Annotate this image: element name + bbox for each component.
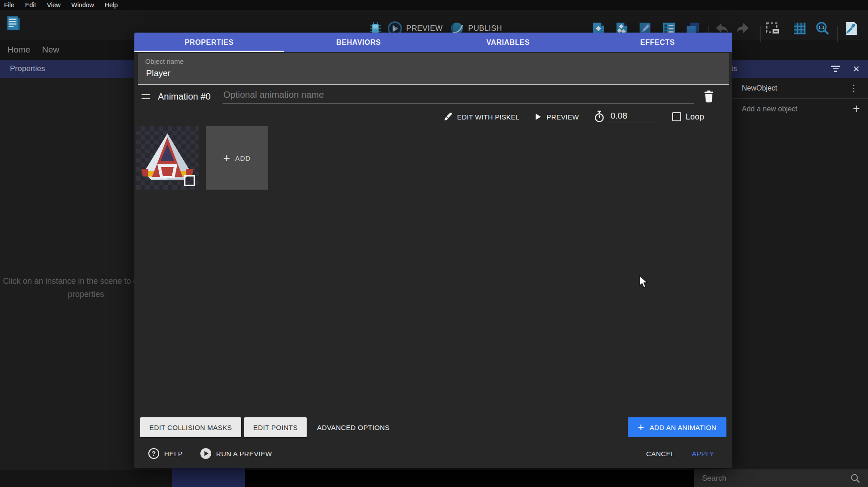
search-input[interactable]	[701, 473, 850, 483]
add-object-label: Add a new object	[732, 105, 797, 113]
tab-new[interactable]: New	[38, 40, 92, 60]
add-frame-button[interactable]: + ADD	[206, 126, 268, 190]
toolbar-mask-button[interactable]	[764, 21, 781, 36]
preview-animation-button[interactable]: PREVIEW	[534, 113, 579, 121]
menu-view[interactable]: View	[47, 1, 61, 9]
add-frame-label: ADD	[235, 154, 251, 162]
stopwatch-icon	[593, 110, 605, 123]
filter-icon[interactable]	[831, 64, 840, 73]
preview-label: PREVIEW	[406, 24, 443, 33]
plus-icon[interactable]: +	[853, 102, 860, 116]
cancel-button[interactable]: CANCEL	[644, 449, 678, 458]
trash-icon	[703, 90, 714, 103]
scene-statusbar: 789;317	[173, 470, 694, 487]
zoom-one-to-one-icon: 1:1	[815, 21, 831, 37]
help-button[interactable]: ? HELP	[145, 447, 185, 460]
object-list-item[interactable]: NewObject ⋮	[732, 78, 868, 98]
loop-checkbox[interactable]	[672, 112, 681, 121]
toolbar-grid-button[interactable]	[792, 21, 807, 36]
dialog-tab-variables-label: VARIABLES	[486, 38, 530, 47]
close-panel-icon[interactable]: ✕	[853, 64, 860, 74]
redo-icon	[735, 21, 751, 36]
time-between-frames-field	[593, 110, 658, 123]
plus-icon: +	[638, 421, 644, 434]
dialog-footer: ? HELP RUN A PREVIEW CANCEL APPLY	[145, 444, 717, 463]
loop-label: Loop	[686, 112, 704, 122]
advanced-options-button[interactable]: ADVANCED OPTIONS	[310, 417, 397, 437]
wrench-icon	[843, 21, 858, 36]
dialog-tab-effects-label: EFFECTS	[640, 38, 675, 47]
toolbar-tools-button[interactable]	[843, 21, 858, 36]
gdevelop-window: File Edit View Window Help PREVIEW PUBLI…	[0, 0, 868, 487]
svg-text:?: ?	[152, 450, 156, 457]
delete-animation-button[interactable]	[703, 90, 714, 103]
grid-icon	[792, 21, 807, 36]
menu-edit[interactable]: Edit	[25, 1, 36, 9]
object-name-input[interactable]	[145, 68, 721, 79]
play-icon	[534, 113, 542, 121]
menu-file[interactable]: File	[4, 1, 14, 9]
plus-icon: +	[223, 151, 231, 165]
dialog-tabbar: PROPERTIES BEHAVIORS VARIABLES EFFECTS	[134, 33, 732, 52]
animation-name-input[interactable]	[223, 90, 694, 104]
tab-home[interactable]: Home	[0, 40, 38, 60]
edit-with-piskel-button[interactable]: EDIT WITH PISKEL	[443, 112, 520, 122]
kebab-menu-icon[interactable]: ⋮	[849, 83, 858, 93]
search-icon[interactable]	[850, 473, 861, 484]
edit-with-piskel-label: EDIT WITH PISKEL	[457, 113, 520, 121]
drag-handle-icon[interactable]	[142, 94, 150, 99]
dialog-tab-behaviors[interactable]: BEHAVIORS	[284, 33, 434, 52]
animation-actions-row: EDIT COLLISION MASKS EDIT POINTS ADVANCE…	[140, 417, 726, 437]
animation-header-row: Animation #0	[142, 87, 714, 106]
add-animation-button[interactable]: + ADD AN ANIMATION	[628, 417, 726, 437]
svg-text:1:1: 1:1	[818, 25, 824, 30]
preview-animation-label: PREVIEW	[546, 113, 579, 121]
object-name-field: Object name	[138, 53, 729, 85]
menu-help[interactable]: Help	[105, 1, 118, 9]
tab-new-label: New	[42, 45, 59, 55]
help-icon: ?	[148, 448, 160, 459]
object-name-label: Object name	[145, 57, 184, 65]
time-between-frames-input[interactable]	[610, 110, 658, 123]
frames-strip: + ADD	[136, 126, 268, 190]
add-animation-label: ADD AN ANIMATION	[650, 424, 716, 431]
menubar: File Edit View Window Help	[0, 0, 868, 10]
animation-controls-row: EDIT WITH PISKEL PREVIEW Loop	[142, 109, 704, 125]
run-preview-button[interactable]: RUN A PREVIEW	[197, 447, 275, 460]
selection-mask-icon	[764, 21, 781, 36]
dialog-tab-variables[interactable]: VARIABLES	[433, 33, 583, 52]
edit-collision-masks-button[interactable]: EDIT COLLISION MASKS	[140, 417, 241, 437]
project-manager-icon	[5, 14, 23, 33]
menu-window[interactable]: Window	[71, 1, 94, 9]
add-object-row[interactable]: Add a new object +	[732, 99, 868, 119]
tab-home-label: Home	[7, 45, 30, 55]
publish-label: PUBLISH	[468, 24, 502, 33]
run-preview-icon	[200, 448, 212, 459]
dialog-tab-properties[interactable]: PROPERTIES	[134, 33, 284, 52]
properties-panel-title: Properties	[10, 64, 45, 73]
object-item-label: NewObject	[732, 84, 777, 92]
redo-button[interactable]	[735, 21, 751, 36]
project-manager-button[interactable]	[5, 14, 23, 33]
brush-icon	[443, 112, 453, 122]
dialog-tab-effects[interactable]: EFFECTS	[583, 33, 733, 52]
animation-title: Animation #0	[158, 91, 211, 102]
edit-points-button[interactable]: EDIT POINTS	[244, 417, 307, 437]
dialog-tab-behaviors-label: BEHAVIORS	[337, 38, 381, 47]
run-preview-label: RUN A PREVIEW	[216, 450, 272, 458]
frame-thumbnail[interactable]	[136, 126, 199, 190]
loop-control: Loop	[672, 112, 704, 122]
dialog-tab-properties-label: PROPERTIES	[185, 38, 233, 47]
object-editor-dialog: PROPERTIES BEHAVIORS VARIABLES EFFECTS O…	[134, 33, 732, 468]
help-label: HELP	[164, 450, 183, 458]
frame-select-checkbox[interactable]	[184, 175, 195, 186]
search-bar	[694, 469, 868, 487]
apply-button[interactable]: APPLY	[689, 449, 717, 458]
toolbar-zoom-button[interactable]: 1:1	[815, 21, 831, 37]
